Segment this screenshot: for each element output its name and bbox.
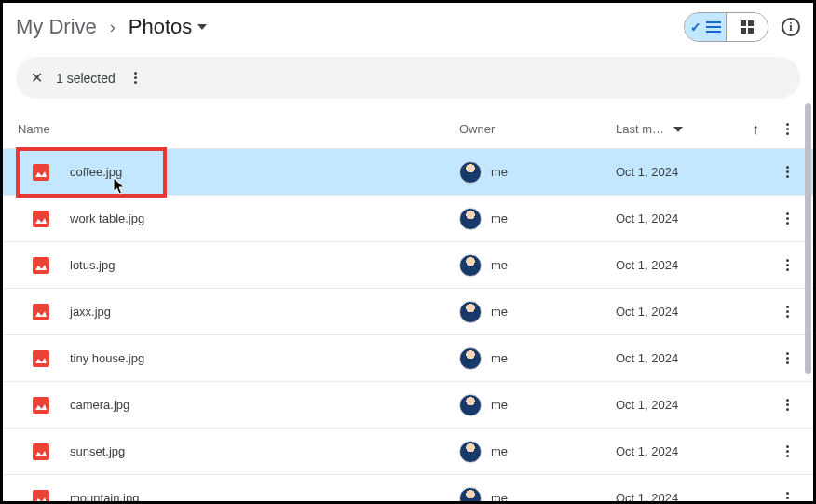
file-name: camera.jpg: [70, 398, 459, 412]
file-owner: me: [459, 208, 616, 230]
table-row[interactable]: sunset.jpgmeOct 1, 2024: [3, 428, 813, 474]
file-name: coffee.jpg: [70, 165, 459, 179]
file-modified: Oct 1, 2024: [616, 258, 774, 272]
image-file-icon: [33, 211, 49, 227]
selection-bar: ✕ 1 selected: [16, 57, 800, 99]
table-header: Name Owner Last m… ↑: [3, 99, 813, 148]
row-more-button[interactable]: [774, 207, 800, 230]
check-icon: ✓: [690, 20, 701, 34]
file-modified: Oct 1, 2024: [616, 211, 774, 225]
file-name: jaxx.jpg: [70, 305, 459, 319]
file-name: sunset.jpg: [70, 444, 459, 458]
row-more-button[interactable]: [774, 160, 800, 184]
owner-label: me: [491, 165, 508, 179]
row-more-button[interactable]: [774, 347, 800, 370]
table-row[interactable]: jaxx.jpgmeOct 1, 2024: [3, 288, 813, 334]
file-owner: me: [459, 301, 616, 323]
sort-direction[interactable]: ↑: [737, 121, 774, 138]
file-name: tiny house.jpg: [70, 351, 459, 365]
folder-title: Photos: [129, 15, 193, 39]
owner-label: me: [491, 211, 508, 225]
info-icon[interactable]: i: [782, 18, 800, 36]
table-row[interactable]: tiny house.jpgmeOct 1, 2024: [3, 334, 813, 381]
row-more-button[interactable]: [774, 440, 800, 463]
selection-count: 1 selected: [56, 71, 116, 86]
file-owner: me: [459, 441, 616, 463]
avatar: [459, 301, 482, 323]
avatar: [459, 441, 482, 463]
avatar: [459, 208, 482, 230]
file-modified: Oct 1, 2024: [616, 444, 774, 458]
file-modified: Oct 1, 2024: [616, 398, 774, 412]
owner-label: me: [491, 305, 508, 319]
owner-label: me: [491, 258, 508, 272]
image-file-icon: [33, 397, 49, 414]
file-owner: me: [459, 254, 616, 277]
image-file-icon: [33, 443, 49, 460]
avatar: [459, 394, 482, 416]
file-owner: me: [459, 347, 616, 370]
file-owner: me: [459, 394, 616, 416]
file-owner: me: [459, 161, 616, 184]
avatar: [459, 487, 482, 505]
file-modified: Oct 1, 2024: [616, 305, 774, 319]
view-toggle: ✓: [684, 12, 768, 42]
image-file-icon: [33, 257, 49, 274]
file-name: mountain.jpg: [70, 491, 459, 504]
row-more-button[interactable]: [774, 393, 800, 416]
table-row[interactable]: coffee.jpgmeOct 1, 2024: [3, 148, 813, 195]
row-more-button[interactable]: [774, 253, 800, 277]
table-row[interactable]: camera.jpgmeOct 1, 2024: [3, 381, 813, 428]
table-row[interactable]: lotus.jpgmeOct 1, 2024: [3, 241, 813, 288]
file-modified: Oct 1, 2024: [616, 351, 774, 365]
image-file-icon: [33, 304, 49, 320]
file-name: lotus.jpg: [70, 258, 459, 272]
image-file-icon: [33, 164, 49, 181]
grid-view-button[interactable]: [727, 13, 768, 41]
chevron-right-icon: ›: [110, 18, 116, 37]
selection-more-button[interactable]: [129, 66, 143, 89]
breadcrumb-root[interactable]: My Drive: [16, 15, 97, 39]
file-owner: me: [459, 487, 616, 505]
owner-label: me: [491, 398, 508, 412]
row-more-button[interactable]: [774, 300, 800, 323]
list-view-button[interactable]: ✓: [685, 13, 726, 41]
caret-down-icon: [197, 24, 207, 30]
column-modified-label: Last m…: [616, 122, 664, 136]
owner-label: me: [491, 444, 508, 458]
column-modified[interactable]: Last m…: [616, 122, 737, 136]
image-file-icon: [33, 490, 49, 505]
table-row[interactable]: mountain.jpgmeOct 1, 2024: [3, 474, 813, 504]
owner-label: me: [491, 351, 508, 365]
arrow-up-icon: ↑: [752, 121, 759, 138]
row-more-button[interactable]: [774, 486, 800, 504]
grid-icon: [741, 20, 754, 34]
scrollbar[interactable]: [805, 103, 811, 374]
avatar: [459, 254, 482, 277]
file-modified: Oct 1, 2024: [616, 165, 774, 179]
file-modified: Oct 1, 2024: [616, 491, 774, 504]
list-icon: [706, 21, 721, 33]
close-icon[interactable]: ✕: [31, 69, 43, 87]
sort-dropdown-icon: [673, 127, 683, 132]
breadcrumb-current[interactable]: Photos: [129, 15, 208, 39]
breadcrumb: My Drive › Photos: [16, 15, 207, 39]
avatar: [459, 347, 482, 370]
avatar: [459, 161, 482, 184]
table-row[interactable]: work table.jpgmeOct 1, 2024: [3, 195, 813, 241]
file-name: work table.jpg: [70, 211, 459, 225]
image-file-icon: [33, 350, 49, 367]
column-more[interactable]: [774, 117, 800, 141]
owner-label: me: [491, 491, 508, 504]
column-name[interactable]: Name: [16, 122, 459, 136]
column-owner[interactable]: Owner: [459, 122, 616, 136]
